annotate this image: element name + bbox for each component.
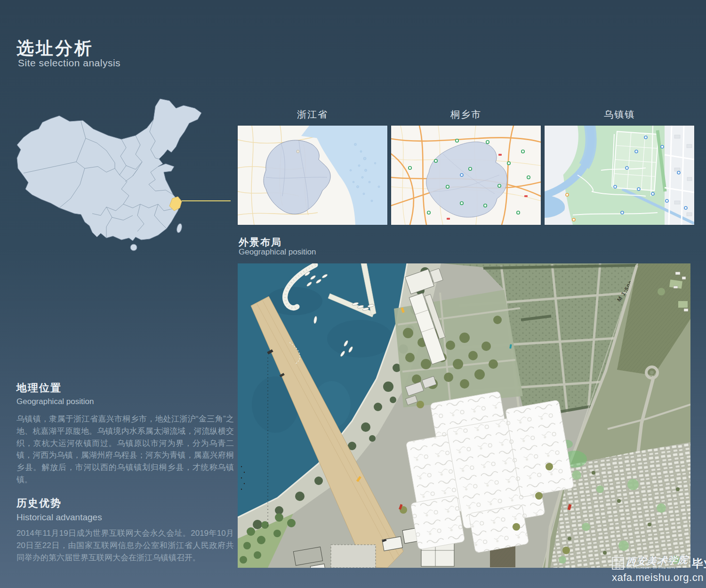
history-heading-en: Historical advantages bbox=[16, 512, 234, 523]
siteplan-heading-en: Geographical position bbox=[239, 247, 316, 257]
page-subtitle: Site selection analysis bbox=[18, 57, 120, 69]
aerial-site-plan: M 1:500 bbox=[238, 263, 690, 568]
china-outline bbox=[17, 99, 201, 251]
site-plan-svg: M 1:500 bbox=[238, 263, 690, 568]
panel-label-tongxiang: 桐乡市 bbox=[391, 108, 541, 121]
geography-body: 乌镇镇，隶属于浙江省嘉兴市桐乡市，地处江浙沪“金三角”之地、杭嘉湖平原腹地。乌镇… bbox=[16, 413, 234, 486]
history-body: 2014年11月19日成为世界互联网大会永久会址。2019年10月20日至22日… bbox=[16, 527, 234, 564]
academy-name-zh: 西安美术学院 bbox=[626, 555, 690, 567]
locator-callout-line bbox=[182, 200, 231, 201]
panel-label-wuzhen: 乌镇镇 bbox=[545, 108, 694, 121]
panel-label-zhejiang: 浙江省 bbox=[238, 108, 387, 121]
page-title: 选址分析 bbox=[16, 37, 94, 60]
geography-heading-en: Geographical position bbox=[16, 397, 234, 406]
academy-watermark: 西安美术学院 XI'AN ACADEMY OF FINE ARTS | 毕业展 … bbox=[612, 556, 692, 584]
zhejiang-province-map bbox=[238, 126, 387, 225]
academy-seal-icon bbox=[612, 557, 624, 570]
china-map-svg bbox=[14, 92, 221, 258]
academy-url: xafa.meishu.org.cn bbox=[612, 572, 692, 584]
siteplan-heading: 外景布局 bbox=[239, 236, 282, 249]
section-geography: 地理位置 Geographical position 乌镇镇，隶属于浙江省嘉兴市… bbox=[16, 381, 234, 486]
academy-name-en: XI'AN ACADEMY OF FINE ARTS | bbox=[626, 566, 689, 569]
wuzhen-town-map bbox=[545, 126, 694, 225]
exhibition-badge: 毕业展 bbox=[692, 556, 706, 571]
section-history: 历史优势 Historical advantages 2014年11月19日成为… bbox=[16, 496, 234, 564]
geography-heading: 地理位置 bbox=[16, 381, 234, 395]
history-heading: 历史优势 bbox=[16, 496, 234, 510]
china-locator-map bbox=[14, 92, 221, 260]
tongxiang-city-map bbox=[391, 126, 541, 225]
